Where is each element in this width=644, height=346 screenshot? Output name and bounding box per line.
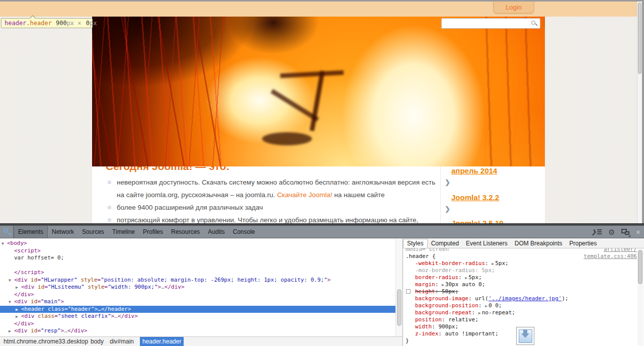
- expand-shorthand-icon[interactable]: ▶: [465, 276, 467, 280]
- console-drawer-icon[interactable]: ❯: [592, 229, 602, 235]
- dom-tree-row-selected[interactable]: ▶<header class="header">…</header>: [0, 306, 395, 313]
- styles-sidebar: Styles Computed Event Listeners DOM Brea…: [403, 239, 644, 346]
- chevron-right-icon[interactable]: ❯: [445, 179, 450, 186]
- tab-audits[interactable]: Audits: [205, 226, 227, 238]
- styles-scrollbar-thumb[interactable]: [638, 250, 642, 284]
- list-item: потрясающий комфорт в управлении. Чтобы …: [108, 214, 437, 223]
- search-icon[interactable]: [531, 20, 538, 27]
- tab-network[interactable]: Network: [49, 226, 77, 238]
- feature-list: невероятная доступность. Скачать систему…: [108, 176, 437, 223]
- list-item-text: потрясающий комфорт в управлении. Чтобы …: [117, 216, 418, 223]
- dom-tree-row[interactable]: </script>: [0, 269, 395, 277]
- inspect-tooltip: header.header900px × 0px: [1, 18, 93, 28]
- disclosure-open-icon[interactable]: ▼: [9, 277, 11, 284]
- breadcrumb: html.chrome.chrome33.desktop body div#ma…: [0, 336, 403, 346]
- tab-sources[interactable]: Sources: [79, 226, 107, 238]
- dom-tree-row[interactable]: ▶<div id="resp">…</div>: [0, 327, 395, 335]
- expand-shorthand-icon[interactable]: ▶: [478, 311, 481, 315]
- page-scrollbar[interactable]: [637, 2, 642, 223]
- tab-console[interactable]: Console: [230, 226, 258, 238]
- expand-shorthand-icon[interactable]: ▶: [485, 304, 488, 308]
- styles-scrollbar[interactable]: [637, 249, 643, 345]
- elements-tree-panel: ▼<body><script>var hoffset= 0;</script>▼…: [0, 239, 403, 336]
- crumb-body[interactable]: body: [91, 337, 104, 346]
- list-item-text: невероятная доступность. Скачать систему…: [117, 179, 435, 199]
- disclosure-closed-icon[interactable]: ▶: [9, 327, 11, 335]
- tab-elements[interactable]: Elements: [14, 226, 48, 238]
- dom-tree-row[interactable]: <script>: [0, 247, 395, 255]
- dom-tree-row[interactable]: ▼<div id="HLwrapper" style="position: ab…: [0, 277, 395, 284]
- settings-gear-icon[interactable]: ⚙: [608, 228, 615, 236]
- css-selector[interactable]: .header: [406, 253, 429, 260]
- dom-tree-row[interactable]: ▼<div id="main">: [0, 298, 395, 306]
- dom-tree-row[interactable]: ▶<div id="HLsiteemu" style="width: 900px…: [0, 284, 395, 291]
- css-property--moz-border-radius[interactable]: -moz-border-radius: 5px;: [403, 267, 644, 274]
- css-property-margin[interactable]: margin: ▶30px auto 0;: [403, 281, 644, 288]
- css-property-background-image[interactable]: background-image: url('../images/header.…: [403, 295, 644, 302]
- crumb-div-main[interactable]: div#main: [110, 337, 134, 346]
- branches-overlay-right: [481, 17, 545, 166]
- resource-url-link[interactable]: '../images/header.jpg': [489, 295, 562, 302]
- css-property--webkit-border-radius[interactable]: -webkit-border-radius: ▶5px;: [403, 260, 644, 267]
- dom-tree-row[interactable]: ▶<div class="sheet clearfix">…</div>: [0, 313, 395, 320]
- download-joomla-link[interactable]: Скачайте Joomla!: [277, 191, 333, 199]
- css-property-position[interactable]: position: relative;: [403, 316, 644, 323]
- sidebar-divider: [440, 166, 441, 223]
- chevron-right-icon[interactable]: ❯: [445, 205, 450, 213]
- inspect-element-icon[interactable]: [0, 226, 13, 238]
- stylesheet-link[interactable]: artisteer/: [604, 248, 637, 253]
- css-property-background-repeat[interactable]: background-repeat: ▶no-repeat;: [403, 309, 644, 316]
- disclosure-open-icon[interactable]: ▼: [9, 298, 11, 306]
- css-property-border-radius[interactable]: border-radius: ▶5px;: [403, 274, 644, 281]
- page-scrollbar-thumb[interactable]: [638, 3, 641, 74]
- site-top-bar: [0, 2, 637, 17]
- tab-resources[interactable]: Resources: [168, 226, 203, 238]
- dom-tree-row[interactable]: </div>: [0, 320, 395, 328]
- css-property-height[interactable]: height: 50px;: [403, 288, 644, 295]
- property-enable-checkbox[interactable]: [406, 289, 411, 294]
- tooltip-tag: header: [5, 20, 26, 27]
- expand-shorthand-icon[interactable]: ▶: [492, 262, 494, 266]
- tab-timeline[interactable]: Timeline: [109, 226, 138, 238]
- dom-tree-scrollbar[interactable]: [395, 239, 403, 336]
- archive-link-april-2014[interactable]: апрель 2014: [451, 166, 497, 175]
- css-properties: -webkit-border-radius: ▶5px;-moz-border-…: [403, 260, 644, 337]
- dom-tree-row[interactable]: ▼<body>: [0, 240, 395, 247]
- content-sheet: невероятная доступность. Скачать систему…: [92, 166, 545, 223]
- search-input[interactable]: [443, 19, 529, 28]
- dom-tree: ▼<body><script>var hoffset= 0;</script>▼…: [0, 239, 395, 335]
- archive-link-joomla-2519[interactable]: Joomla! 2.5.19: [451, 219, 503, 223]
- tab-dom-breakpoints[interactable]: DOM Breakpoints: [511, 239, 566, 248]
- dom-tree-scrollbar-thumb[interactable]: [397, 289, 401, 326]
- close-devtools-icon[interactable]: ×: [636, 228, 640, 236]
- tab-properties[interactable]: Properties: [566, 239, 600, 248]
- css-property-background-position[interactable]: background-position: ▶0 0;: [403, 302, 644, 309]
- disclosure-open-icon[interactable]: ▼: [2, 240, 4, 247]
- site-search: [441, 18, 540, 29]
- login-button[interactable]: Login: [493, 2, 534, 14]
- list-bullet-icon: [108, 181, 111, 184]
- tab-styles[interactable]: Styles: [403, 239, 428, 248]
- dom-tree-row[interactable]: </div>: [0, 291, 395, 299]
- tab-computed[interactable]: Computed: [428, 239, 462, 248]
- expand-shorthand-icon[interactable]: ▶: [442, 283, 444, 287]
- dom-tree-row[interactable]: [0, 262, 395, 270]
- undock-icon[interactable]: [621, 229, 629, 235]
- disclosure-closed-icon[interactable]: ▶: [16, 306, 18, 313]
- disclosure-closed-icon[interactable]: ▶: [16, 284, 18, 291]
- tooltip-width: 900: [56, 20, 67, 27]
- archive-link-joomla-322[interactable]: Joomla! 3.2.2: [451, 193, 499, 202]
- tab-profiles[interactable]: Profiles: [140, 226, 166, 238]
- tab-event-listeners[interactable]: Event Listeners: [462, 239, 511, 248]
- crumb-header-selected[interactable]: header.header: [140, 337, 184, 346]
- crumb-html[interactable]: html.chrome.chrome33.desktop: [4, 337, 88, 346]
- list-item: невероятная доступность. Скачать систему…: [108, 176, 437, 201]
- devtools-toolbar: Elements Network Sources Timeline Profil…: [0, 226, 644, 238]
- list-item: более 9400 расширений для различных зада…: [108, 201, 437, 214]
- stylesheet-line-link[interactable]: template.css:406: [584, 253, 637, 260]
- dom-tree-row[interactable]: var hoffset= 0;: [0, 254, 395, 262]
- tooltip-times: ×: [74, 20, 85, 27]
- window-right-edge: [642, 0, 644, 226]
- css-rule-selector-row: .header { template.css:406: [403, 253, 644, 260]
- disclosure-closed-icon[interactable]: ▶: [16, 313, 18, 320]
